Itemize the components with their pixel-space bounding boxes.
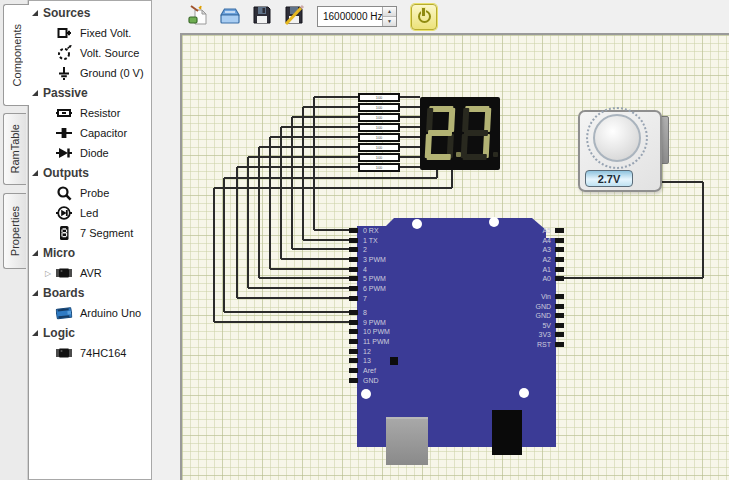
pin-3 <box>349 257 358 262</box>
wire-resistor-to-display[interactable] <box>400 156 420 158</box>
wire-into-pin-8[interactable] <box>224 311 357 313</box>
open-button[interactable] <box>217 4 243 30</box>
resistor[interactable]: 100 <box>358 103 400 112</box>
tree-section-passive[interactable]: Passive <box>29 83 151 103</box>
wire-into-pin-9[interactable] <box>214 321 357 323</box>
segment-e <box>461 134 468 158</box>
wire-into-pin-3[interactable] <box>281 258 357 260</box>
decimal-point <box>456 152 461 157</box>
collapsed-arrow-icon[interactable]: ▷ <box>45 269 55 278</box>
wire-a0[interactable] <box>556 277 703 279</box>
tree-section-micro[interactable]: Micro <box>29 243 151 263</box>
save-button[interactable] <box>249 4 275 30</box>
pin-label-left: 0 RX <box>363 227 379 234</box>
tree-item-label: Fixed Volt. <box>80 27 131 39</box>
voltage-knob[interactable] <box>593 114 641 162</box>
wire-resistor-to-display[interactable] <box>400 106 420 108</box>
pin-label-left: 3 PWM <box>363 256 386 263</box>
tree-item-capacitor[interactable]: Capacitor <box>29 123 151 143</box>
clock-frequency-value[interactable]: 16000000 Hz <box>318 7 382 26</box>
segment-f <box>426 108 433 132</box>
resistor[interactable]: 100 <box>358 123 400 132</box>
wire-into-pin-2[interactable] <box>292 248 357 250</box>
wire-into-pin-5[interactable] <box>259 277 357 279</box>
tree-section-logic[interactable]: Logic <box>29 323 151 343</box>
pin-8 <box>349 310 358 315</box>
wire-resistor-left[interactable] <box>303 106 358 108</box>
wire-resistor-left[interactable] <box>314 96 358 98</box>
segment-b <box>448 108 455 132</box>
tab-properties[interactable]: Properties <box>3 193 26 269</box>
decimal-point <box>493 152 498 157</box>
resistor[interactable]: 100 <box>358 93 400 102</box>
wire-resistor-left[interactable] <box>237 166 358 168</box>
wire-display-common[interactable] <box>214 187 452 189</box>
wire-voltage-source[interactable] <box>662 181 703 183</box>
resistor[interactable]: 100 <box>358 143 400 152</box>
tree-item-ground-0-v-[interactable]: Ground (0 V) <box>29 63 151 83</box>
tree-item-volt-source[interactable]: Volt. Source <box>29 43 151 63</box>
tab-ramtable[interactable]: RamTable <box>3 113 26 185</box>
seven-segment-icon <box>55 225 73 241</box>
tree-item-diode[interactable]: Diode <box>29 143 151 163</box>
resistor[interactable]: 100 <box>358 133 400 142</box>
pin-5V <box>555 323 564 328</box>
new-circuit-button[interactable] <box>185 4 211 30</box>
tree-section-label: Micro <box>43 246 75 260</box>
tree-item-74hc164[interactable]: 74HC164 <box>29 343 151 363</box>
led-icon <box>55 205 73 221</box>
wire-display-common[interactable] <box>224 177 437 179</box>
resistor-value-label: 100 <box>376 165 383 170</box>
pin-label-right: A1 <box>515 266 551 273</box>
arduino-icon <box>55 305 73 321</box>
wire-resistor-to-display[interactable] <box>400 116 420 118</box>
tree-item-fixed-volt-[interactable]: Fixed Volt. <box>29 23 151 43</box>
wire-resistor-left[interactable] <box>259 146 358 148</box>
pin-label-left: 1 TX <box>363 237 378 244</box>
clock-frequency-spinbox[interactable]: 16000000 Hz ▲ ▼ <box>317 6 397 27</box>
wire-a0[interactable] <box>702 182 704 278</box>
pin-label-left: 13 <box>363 357 371 364</box>
tree-section-outputs[interactable]: Outputs <box>29 163 151 183</box>
tree-item-resistor[interactable]: Resistor <box>29 103 151 123</box>
tree-item-7-segment[interactable]: 7 Segment <box>29 223 151 243</box>
arduino-uno-board[interactable]: 0 RX1 TX23 PWM45 PWM6 PWM789 PWM10 PWM11… <box>357 218 556 447</box>
wire-resistor-left[interactable] <box>281 126 358 128</box>
tree-item-label: Diode <box>80 147 109 159</box>
frequency-down-button[interactable]: ▼ <box>383 17 396 26</box>
tree-item-avr[interactable]: ▷AVR <box>29 263 151 283</box>
wire-display-common[interactable] <box>223 178 225 312</box>
wire-resistor-to-display[interactable] <box>400 146 420 148</box>
resistor[interactable]: 100 <box>358 153 400 162</box>
tab-components[interactable]: Components <box>3 4 29 106</box>
save-as-button[interactable] <box>281 4 307 30</box>
tree-section-sources[interactable]: Sources <box>29 3 151 23</box>
pin-7 <box>349 296 358 301</box>
frequency-up-button[interactable]: ▲ <box>383 7 396 17</box>
pin-GND <box>555 313 564 318</box>
pin-6 <box>349 286 358 291</box>
power-button[interactable] <box>411 4 437 30</box>
resistor-value-label: 100 <box>376 155 383 160</box>
wire-resistor-to-display[interactable] <box>400 96 420 98</box>
pin-A2 <box>555 257 564 262</box>
wire-resistor-left[interactable] <box>292 116 358 118</box>
tree-item-led[interactable]: Led <box>29 203 151 223</box>
wire-display-common[interactable] <box>213 188 215 322</box>
wire-into-pin-4[interactable] <box>270 268 357 270</box>
resistor[interactable]: 100 <box>358 113 400 122</box>
wire-resistor-left[interactable] <box>248 156 358 158</box>
wire-resistor-to-display[interactable] <box>400 166 420 168</box>
wire-into-pin-7[interactable] <box>237 297 357 299</box>
resistor[interactable]: 100 <box>358 163 400 172</box>
wire-resistor-to-display[interactable] <box>400 136 420 138</box>
wire-resistor-to-display[interactable] <box>400 126 420 128</box>
tree-item-arduino-uno[interactable]: Arduino Uno <box>29 303 151 323</box>
schematic-canvas[interactable]: 1001001001001001001001000 RX1 TX23 PWM45… <box>180 33 729 480</box>
wire-display-common[interactable] <box>451 170 453 188</box>
wire-into-pin-6[interactable] <box>248 287 357 289</box>
tree-section-boards[interactable]: Boards <box>29 283 151 303</box>
wire-resistor-left[interactable] <box>270 136 358 138</box>
pin-11 <box>349 339 358 344</box>
tree-item-probe[interactable]: Probe <box>29 183 151 203</box>
